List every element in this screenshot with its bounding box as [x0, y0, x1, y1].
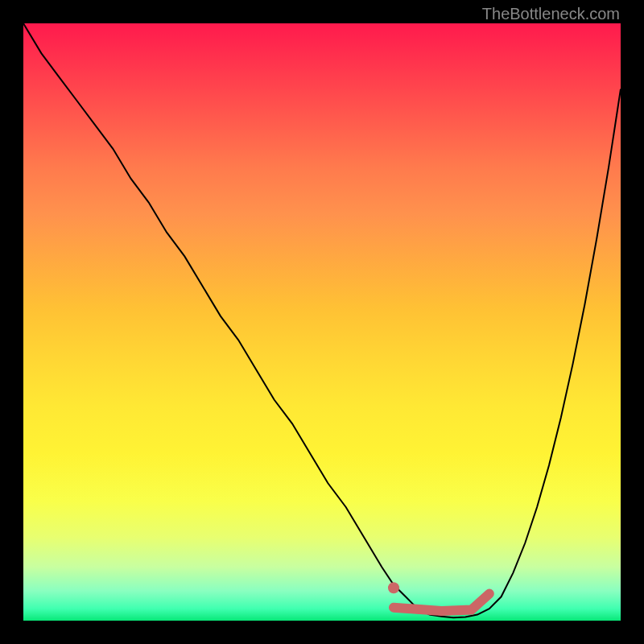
optimal-marker-dot [388, 582, 399, 593]
plot-area [23, 23, 621, 621]
bottleneck-curve [23, 23, 621, 617]
optimal-range-marker [394, 594, 489, 612]
curve-layer [23, 23, 621, 621]
attribution-text: TheBottleneck.com [482, 5, 620, 23]
chart-container: TheBottleneck.com [0, 0, 644, 644]
